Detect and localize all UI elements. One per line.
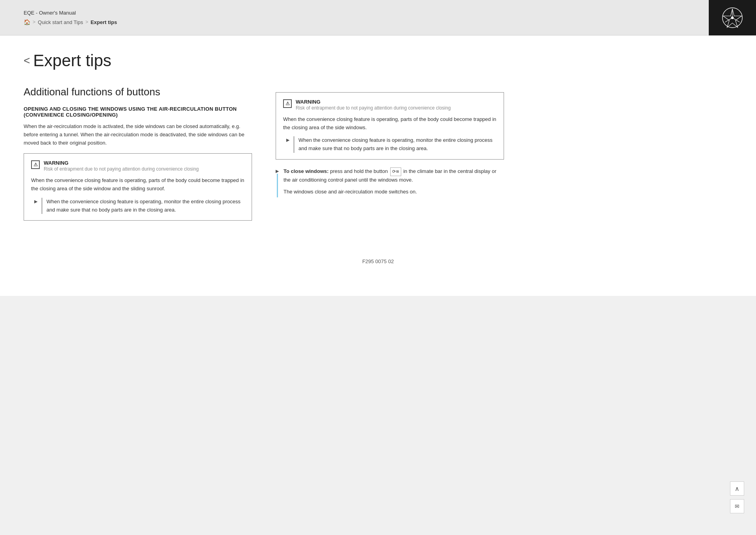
warning-icon-left: ⚠: [31, 160, 40, 169]
warning-title-left: WARNING: [44, 160, 199, 166]
list-text-left: When the convenience closing feature is …: [46, 198, 245, 214]
list-arrow-icon-right: ▶: [286, 137, 289, 143]
warning-subtitle-right: Risk of entrapment due to not paying att…: [296, 105, 451, 111]
warning-subtitle-left: Risk of entrapment due to not paying att…: [44, 166, 199, 173]
breadcrumb: 🏠 > Quick start and Tips > Expert tips: [24, 19, 117, 25]
mercedes-logo: [721, 7, 743, 29]
back-arrow-icon[interactable]: <: [24, 54, 30, 67]
left-column: Additional functions of buttons OPENING …: [24, 86, 252, 227]
main-content: Additional functions of buttons OPENING …: [0, 78, 756, 251]
footer-doc-code: F295 0075 02: [362, 258, 394, 264]
bottom-icon-button[interactable]: ✉: [730, 499, 744, 513]
breadcrumb-sep-2: >: [85, 19, 88, 25]
air-recirculation-icon: ⟳≋: [390, 167, 401, 176]
warning-list-item-right: ▶ When the convenience closing feature i…: [283, 136, 497, 153]
page-title: Expert tips: [33, 51, 111, 70]
header: EQE - Owner's Manual 🏠 > Quick start and…: [0, 0, 756, 35]
warning-box-left: ⚠ WARNING Risk of entrapment due to not …: [24, 153, 252, 221]
warning-body-right: When the convenience closing feature is …: [283, 115, 497, 132]
bullet-content-text: To close windows: press and hold the but…: [284, 167, 504, 184]
logo-background: [709, 0, 756, 35]
list-arrow-icon-left: ▶: [34, 199, 37, 204]
warning-title-block-right: WARNING Risk of entrapment due to not pa…: [296, 99, 451, 111]
home-icon[interactable]: 🏠: [24, 19, 30, 25]
svg-point-5: [731, 17, 734, 19]
page-title-row: < Expert tips: [24, 51, 732, 70]
sub-heading: OPENING AND CLOSING THE WINDOWS USING TH…: [24, 106, 252, 118]
header-left: EQE - Owner's Manual 🏠 > Quick start and…: [24, 10, 117, 25]
list-bar-right: [293, 136, 295, 153]
list-text-right: When the convenience closing feature is …: [298, 136, 497, 153]
section-title: Additional functions of buttons: [24, 86, 252, 98]
bullet-item-right: ▶ To close windows: press and hold the b…: [276, 167, 504, 197]
scroll-top-button[interactable]: ∧: [730, 481, 744, 496]
bullet-label: To close windows:: [284, 168, 329, 174]
right-column: ⚠ WARNING Risk of entrapment due to not …: [276, 86, 504, 227]
warning-title-block-left: WARNING Risk of entrapment due to not pa…: [44, 160, 199, 173]
breadcrumb-item-1[interactable]: Quick start and Tips: [38, 19, 83, 25]
warning-title-right: WARNING: [296, 99, 451, 105]
bullet-line: [277, 174, 278, 197]
header-title: EQE - Owner's Manual: [24, 10, 117, 16]
footer-area: F295 0075 02: [0, 251, 756, 296]
breadcrumb-item-2: Expert tips: [91, 19, 117, 25]
warning-box-right: ⚠ WARNING Risk of entrapment due to not …: [276, 92, 504, 160]
warning-list-item-left: ▶ When the convenience closing feature i…: [31, 198, 245, 214]
list-bar-left: [41, 198, 43, 214]
bullet-arrow-col: ▶: [276, 167, 279, 197]
page-footer: F295 0075 02: [0, 251, 756, 272]
body-text-left: When the air-recirculation mode is activ…: [24, 123, 252, 147]
bullet-arrow-icon: ▶: [276, 169, 279, 174]
bullet-sub-text: The windows close and air-recirculation …: [284, 188, 504, 196]
bullet-content-wrapper: To close windows: press and hold the but…: [284, 167, 504, 196]
warning-header-left: ⚠ WARNING Risk of entrapment due to not …: [31, 160, 245, 173]
breadcrumb-sep-1: >: [33, 19, 35, 25]
warning-header-right: ⚠ WARNING Risk of entrapment due to not …: [283, 99, 497, 111]
page-title-area: < Expert tips: [0, 35, 756, 78]
warning-body-left: When the convenience closing feature is …: [31, 176, 245, 193]
warning-icon-right: ⚠: [283, 99, 292, 108]
